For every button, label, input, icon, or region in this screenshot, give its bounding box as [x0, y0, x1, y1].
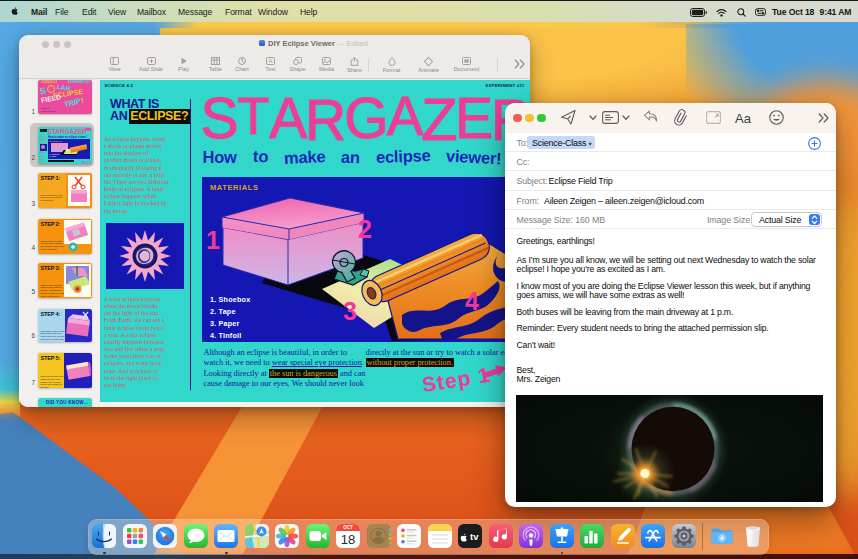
svg-text:1: 1 [206, 226, 220, 254]
svg-text:4: 4 [465, 287, 479, 315]
svg-text:OCT: OCT [343, 525, 353, 530]
svg-text:2: 2 [358, 215, 372, 243]
svg-text:18: 18 [341, 532, 355, 547]
svg-text:3: 3 [343, 297, 357, 325]
svg-text:tv: tv [470, 531, 479, 542]
